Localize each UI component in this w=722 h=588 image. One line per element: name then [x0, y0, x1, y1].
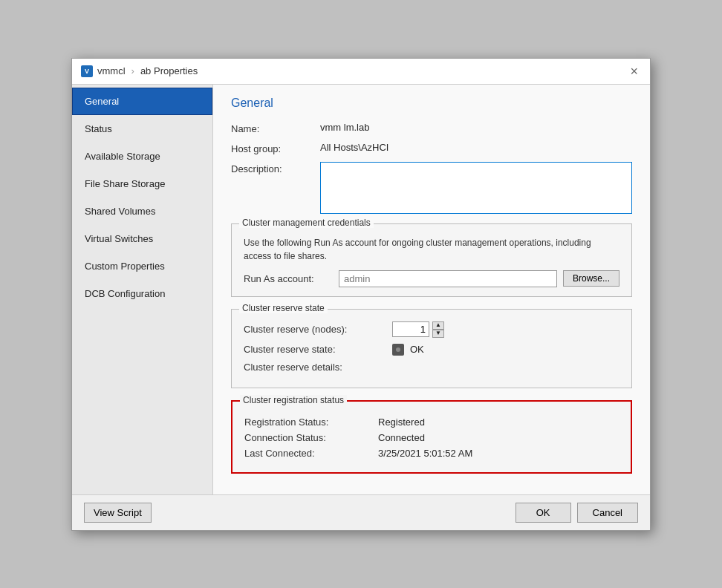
dialog-title: ab Properties	[140, 65, 198, 76]
reserve-nodes-input[interactable]	[392, 321, 429, 337]
last-connected-value: 3/25/2021 5:01:52 AM	[378, 448, 472, 459]
sidebar-item-file-share-storage[interactable]: File Share Storage	[72, 170, 212, 197]
host-group-label: Host group:	[231, 142, 320, 154]
reserve-nodes-label: Cluster reserve (nodes):	[244, 324, 392, 335]
cluster-credentials-description: Use the following Run As account for ong…	[244, 236, 619, 263]
run-as-row: Run As account: Browse...	[244, 270, 619, 287]
name-value: vmm lm.lab	[320, 122, 369, 133]
dialog-footer: View Script OK Cancel	[72, 494, 650, 530]
connection-status-label: Connection Status:	[244, 432, 378, 443]
cluster-registration-group: Cluster registration status Registration…	[231, 400, 632, 474]
dialog-body: General Status Available Storage File Sh…	[72, 85, 650, 494]
reserve-nodes-row: Cluster reserve (nodes): ▲ ▼	[244, 321, 619, 338]
cluster-credentials-title: Cluster management credentials	[239, 218, 374, 228]
sidebar-item-shared-volumes[interactable]: Shared Volumes	[72, 197, 212, 225]
last-connected-label: Last Connected:	[244, 448, 378, 459]
reserve-state-value: OK	[392, 344, 424, 356]
footer-left: View Script	[84, 503, 152, 523]
sidebar-item-general[interactable]: General	[72, 88, 212, 115]
registration-status-row: Registration Status: Registered	[244, 416, 619, 428]
registration-status-value: Registered	[378, 416, 425, 428]
registration-content: Registration Status: Registered Connecti…	[244, 416, 619, 459]
reserve-details-label: Cluster reserve details:	[244, 362, 392, 373]
spinner-arrows: ▲ ▼	[432, 321, 444, 338]
connection-status-value: Connected	[378, 432, 425, 443]
host-group-row: Host group: All Hosts\AzHCI	[231, 142, 632, 154]
registration-status-label: Registration Status:	[244, 416, 378, 428]
app-icon: V	[81, 65, 93, 77]
spinner-down[interactable]: ▼	[432, 330, 444, 338]
reserve-state-text: OK	[410, 344, 424, 355]
cluster-reserve-group: Cluster reserve state Cluster reserve (n…	[231, 309, 632, 388]
footer-right: OK Cancel	[516, 503, 638, 523]
sidebar-item-available-storage[interactable]: Available Storage	[72, 143, 212, 170]
description-wrapper	[320, 162, 632, 216]
reserve-state-label: Cluster reserve state:	[244, 344, 392, 355]
app-name: vmmcl	[97, 65, 126, 76]
title-bar-left: V vmmcl › ab Properties	[81, 65, 198, 77]
view-script-button[interactable]: View Script	[84, 503, 152, 523]
ok-button[interactable]: OK	[516, 503, 571, 523]
last-connected-row: Last Connected: 3/25/2021 5:01:52 AM	[244, 448, 619, 459]
cluster-reserve-content: Cluster reserve (nodes): ▲ ▼ Cluster res…	[244, 321, 619, 373]
description-textarea[interactable]	[320, 162, 632, 214]
reserve-nodes-value: ▲ ▼	[392, 321, 444, 338]
run-as-label: Run As account:	[244, 273, 333, 284]
sidebar-item-status[interactable]: Status	[72, 115, 212, 143]
spinner-up[interactable]: ▲	[432, 321, 444, 330]
host-group-value: All Hosts\AzHCI	[320, 142, 388, 153]
sidebar: General Status Available Storage File Sh…	[72, 85, 213, 494]
title-separator: ›	[131, 65, 134, 76]
sidebar-item-dcb-configuration[interactable]: DCB Configuration	[72, 280, 212, 307]
reserve-state-row: Cluster reserve state: OK	[244, 344, 619, 356]
dialog-window: V vmmcl › ab Properties × General Status…	[71, 58, 651, 531]
close-button[interactable]: ×	[627, 65, 641, 78]
browse-button[interactable]: Browse...	[563, 270, 619, 287]
status-icon	[392, 344, 404, 356]
sidebar-item-virtual-switches[interactable]: Virtual Switches	[72, 225, 212, 252]
connection-status-row: Connection Status: Connected	[244, 432, 619, 443]
sidebar-item-custom-properties[interactable]: Custom Properties	[72, 252, 212, 280]
title-bar: V vmmcl › ab Properties ×	[72, 59, 650, 85]
cluster-credentials-content: Use the following Run As account for ong…	[244, 236, 619, 287]
cluster-registration-title: Cluster registration status	[240, 395, 347, 405]
description-row: Description:	[231, 162, 632, 216]
run-as-input[interactable]	[339, 270, 557, 287]
main-content: General Name: vmm lm.lab Host group: All…	[213, 85, 650, 494]
reserve-details-row: Cluster reserve details:	[244, 362, 619, 373]
name-label: Name:	[231, 122, 320, 134]
section-title: General	[231, 97, 632, 110]
name-row: Name: vmm lm.lab	[231, 122, 632, 134]
cancel-button[interactable]: Cancel	[577, 503, 638, 523]
cluster-reserve-title: Cluster reserve state	[239, 303, 328, 313]
svg-point-1	[396, 347, 400, 352]
cluster-credentials-group: Cluster management credentials Use the f…	[231, 223, 632, 297]
description-label: Description:	[231, 162, 320, 174]
